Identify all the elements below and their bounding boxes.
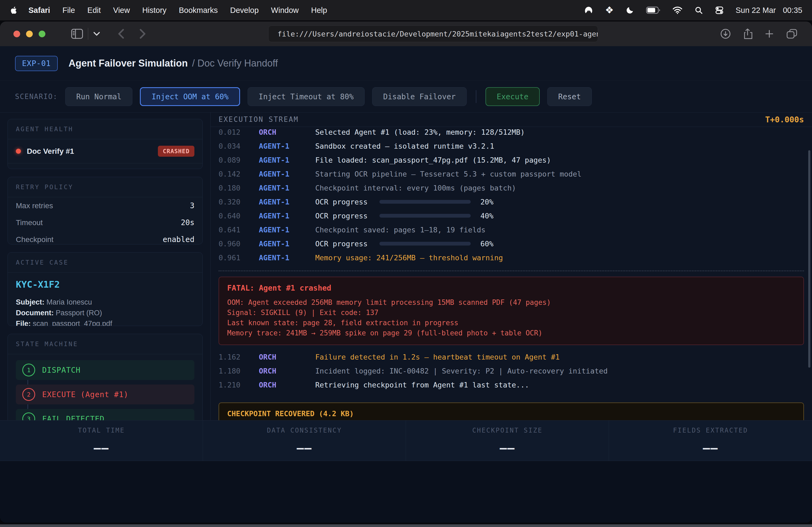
execution-stream-panel: EXECUTION STREAM T+0.000s 0.012 ORCH Sel…: [210, 112, 812, 421]
menu-bookmarks[interactable]: Bookmarks: [179, 6, 218, 15]
log-row-progress: 0.640 AGENT-1 OCR progress 40%: [219, 209, 804, 223]
sidebar: AGENT HEALTH Doc Verify #1 CRASHED Doc V…: [0, 112, 210, 421]
window-bottom-edge: [0, 524, 812, 527]
execution-stream-body[interactable]: 0.012 ORCH Selected Agent #1 (load: 23%,…: [211, 127, 812, 421]
execution-stream-header: EXECUTION STREAM T+0.000s: [211, 112, 812, 127]
retry-value: 3: [190, 201, 194, 210]
case-field-label: File:: [16, 320, 31, 326]
menu-develop[interactable]: Develop: [230, 6, 259, 15]
log-source: ORCH: [259, 128, 315, 136]
log-time: 0.180: [219, 184, 259, 192]
stat-value: ––: [500, 441, 515, 455]
menu-view[interactable]: View: [113, 6, 130, 15]
log-time: 0.034: [219, 142, 259, 150]
status-badge-crashed: CRASHED: [158, 146, 194, 157]
step-number: 2: [22, 388, 35, 401]
scenario-run-normal-button[interactable]: Run Normal: [65, 87, 133, 106]
agent-status-dot-crashed: [16, 149, 21, 154]
log-time: 0.960: [219, 240, 259, 248]
log-message: OCR progress: [315, 212, 367, 220]
case-field-document: Document: Passport (RO): [16, 307, 194, 318]
wifi-icon[interactable]: [672, 6, 683, 14]
log-message: File loaded: scan_passport_47pg.pdf (15.…: [315, 156, 551, 164]
scenario-inject-timeout-button[interactable]: Inject Timeout at 80%: [248, 87, 365, 106]
page-scrollbar-thumb[interactable]: [808, 150, 810, 367]
active-case-body: KYC-X1F2 Subject: Maria Ionescu Document…: [8, 273, 202, 326]
page-title: Agent Failover Simulation: [69, 58, 188, 69]
downloads-icon[interactable]: [720, 28, 731, 39]
stat-label: FIELDS EXTRACTED: [673, 427, 748, 434]
case-field-value: scan_passport_47pg.pdf: [33, 320, 112, 326]
menubar-time: 00:35: [783, 6, 802, 15]
step-connector: [27, 404, 28, 409]
share-icon[interactable]: [743, 28, 752, 40]
log-time: 1.162: [219, 353, 259, 361]
minimize-window-button[interactable]: [26, 31, 33, 37]
stats-footer: TOTAL TIME –– DATA CONSISTENCY –– CHECKP…: [0, 420, 812, 461]
apple-menu-icon[interactable]: [10, 6, 19, 15]
log-time: 1.180: [219, 367, 259, 375]
menu-history[interactable]: History: [142, 6, 166, 15]
log-message: OCR progress: [315, 240, 367, 248]
log-source: AGENT-1: [259, 170, 315, 178]
checkpoint-title: CHECKPOINT RECOVERED (4.2 KB): [227, 409, 795, 418]
forward-button[interactable]: [139, 29, 146, 39]
log-row: 1.210 ORCH Retrieving checkpoint from Ag…: [219, 378, 804, 392]
dropbox-icon[interactable]: ❖: [605, 4, 613, 16]
log-source: AGENT-1: [259, 184, 315, 192]
sidebar-chevron-icon[interactable]: [93, 31, 100, 36]
menu-file[interactable]: File: [62, 6, 75, 15]
stat-label: TOTAL TIME: [78, 427, 125, 434]
stat-value: ––: [94, 441, 109, 455]
log-row: 0.034 AGENT-1 Sandbox created — isolated…: [219, 139, 804, 153]
log-message: Retrieving checkpoint from Agent #1 last…: [315, 381, 529, 389]
checkpoint-recovered-box: CHECKPOINT RECOVERED (4.2 KB) Pages proc…: [219, 403, 804, 421]
state-step-dispatch: 1 DISPATCH: [16, 360, 194, 380]
log-message: Selected Agent #1 (load: 23%, memory: 12…: [315, 128, 525, 136]
menu-safari[interactable]: Safari: [28, 6, 50, 15]
menubar-clock[interactable]: Sun 22 Mar 00:35: [736, 6, 802, 15]
agent-row: Doc Verify #1 CRASHED: [8, 139, 202, 163]
sidebar-toggle-icon[interactable]: [71, 29, 83, 39]
state-machine-title: STATE MACHINE: [8, 334, 202, 354]
stat-total-time: TOTAL TIME ––: [0, 420, 203, 461]
agent-name: Doc Verify #1: [27, 147, 74, 156]
focus-moon-icon[interactable]: [626, 6, 634, 15]
safari-toolbar: file:///Users/andreiostacie/Development/…: [0, 21, 812, 46]
retry-policy-title: RETRY POLICY: [8, 177, 202, 197]
nordvpn-icon[interactable]: [584, 6, 593, 15]
checkpoint-label: Checkpoint: [16, 235, 54, 244]
reset-button[interactable]: Reset: [547, 87, 592, 106]
zoom-window-button[interactable]: [39, 31, 45, 37]
address-bar[interactable]: file:///Users/andreiostacie/Development/…: [268, 26, 598, 42]
new-tab-icon[interactable]: [764, 29, 774, 39]
stat-data-consistency: DATA CONSISTENCY ––: [203, 420, 406, 461]
fatal-line: Memory trace: 241MB → 259MB spike on pag…: [227, 328, 795, 338]
fatal-line: Signal: SIGKILL (9) | Exit code: 137: [227, 307, 795, 318]
page-content: EXP-01 Agent Failover Simulation / Doc V…: [0, 46, 812, 523]
back-button[interactable]: [118, 29, 124, 39]
scenario-disable-failover-button[interactable]: Disable Failover: [372, 87, 467, 106]
active-case-card: ACTIVE CASE KYC-X1F2 Subject: Maria Ione…: [8, 252, 203, 326]
log-row: 0.089 AGENT-1 File loaded: scan_passport…: [219, 153, 804, 167]
tab-overview-icon[interactable]: [786, 28, 798, 39]
menu-help[interactable]: Help: [311, 6, 327, 15]
scenario-inject-oom-button[interactable]: Inject OOM at 60%: [140, 87, 240, 106]
active-case-title: ACTIVE CASE: [8, 253, 202, 273]
state-step-execute-1: 2 EXECUTE (Agent #1): [16, 385, 194, 404]
step-connector: [27, 380, 28, 385]
log-time: 0.641: [219, 226, 259, 234]
agent-health-card: AGENT HEALTH Doc Verify #1 CRASHED Doc V…: [8, 119, 203, 169]
close-window-button[interactable]: [13, 31, 20, 37]
timeout-label: Timeout: [16, 219, 43, 227]
control-center-icon[interactable]: [715, 6, 724, 15]
stat-fields-extracted: FIELDS EXTRACTED ––: [609, 420, 812, 461]
execute-button[interactable]: Execute: [485, 87, 540, 106]
log-source: AGENT-1: [259, 198, 315, 206]
menu-edit[interactable]: Edit: [87, 6, 101, 15]
spotlight-search-icon[interactable]: [694, 6, 703, 15]
menu-window[interactable]: Window: [271, 6, 299, 15]
log-time: 0.012: [219, 128, 259, 136]
battery-icon[interactable]: [646, 6, 661, 14]
window-controls: [13, 31, 45, 37]
